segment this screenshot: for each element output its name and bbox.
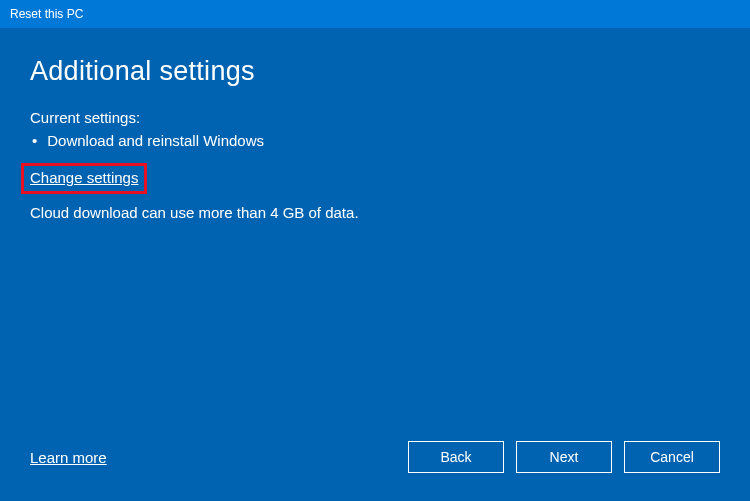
- next-button[interactable]: Next: [516, 441, 612, 473]
- change-settings-highlight: Change settings: [21, 163, 147, 194]
- change-settings-link[interactable]: Change settings: [30, 169, 138, 186]
- footer: Learn more Back Next Cancel: [30, 441, 720, 473]
- page-heading: Additional settings: [30, 56, 720, 87]
- back-button[interactable]: Back: [408, 441, 504, 473]
- window-title: Reset this PC: [10, 7, 83, 21]
- settings-list-item: Download and reinstall Windows: [30, 132, 720, 149]
- main-content: Additional settings Current settings: Do…: [0, 28, 750, 221]
- settings-list: Download and reinstall Windows: [30, 132, 720, 149]
- learn-more-link[interactable]: Learn more: [30, 449, 107, 466]
- window-titlebar: Reset this PC: [0, 0, 750, 28]
- cancel-button[interactable]: Cancel: [624, 441, 720, 473]
- current-settings-label: Current settings:: [30, 109, 720, 126]
- cloud-download-info: Cloud download can use more than 4 GB of…: [30, 204, 720, 221]
